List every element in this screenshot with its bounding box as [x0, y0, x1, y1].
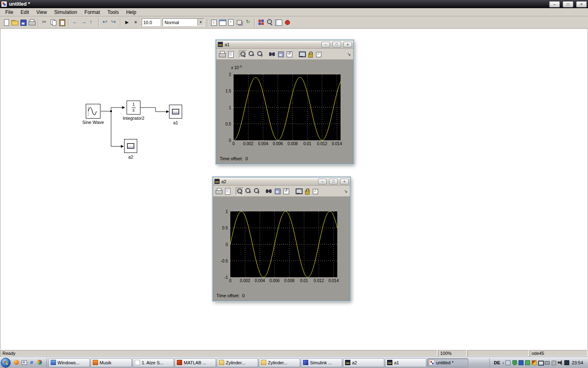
menu-file[interactable]: File: [2, 9, 17, 16]
save-axes-icon[interactable]: [274, 187, 282, 195]
shield-icon[interactable]: [512, 360, 517, 365]
floating-icon[interactable]: [298, 50, 306, 58]
save-icon[interactable]: [19, 18, 27, 26]
menu-help[interactable]: Help: [122, 9, 140, 16]
display-icon[interactable]: [518, 360, 523, 365]
close-button[interactable]: ×: [343, 42, 352, 47]
simulation-stop-time-input[interactable]: [142, 18, 160, 26]
start-simulation-button[interactable]: ▶: [123, 18, 131, 26]
minimize-button[interactable]: –: [549, 1, 560, 7]
model-canvas[interactable]: Sine Wave 1 s Integrator2 a1 a2 a1: [0, 29, 588, 350]
maximize-button[interactable]: □: [332, 42, 341, 47]
save-axes-icon[interactable]: [277, 50, 285, 58]
autoscale-icon[interactable]: [265, 187, 273, 195]
menu-format[interactable]: Format: [81, 9, 104, 16]
signal-select-icon[interactable]: [315, 50, 323, 58]
minimize-button[interactable]: –: [321, 42, 330, 47]
cut-icon[interactable]: [41, 18, 49, 26]
back-icon[interactable]: [71, 18, 79, 26]
tray-chevron-icon[interactable]: ‹: [503, 360, 504, 365]
taskbar-button-zylinder[interactable]: Zylinder...: [259, 358, 300, 367]
start-button[interactable]: [1, 358, 11, 368]
signal-select-icon[interactable]: [312, 187, 320, 195]
stop-simulation-button[interactable]: ■: [131, 18, 140, 26]
menu-simulation[interactable]: Simulation: [51, 9, 81, 16]
menu-edit[interactable]: Edit: [17, 9, 33, 16]
menu-tools[interactable]: Tools: [104, 9, 122, 16]
find-system-icon[interactable]: [266, 18, 274, 26]
maximize-button[interactable]: □: [563, 1, 573, 7]
paste-icon[interactable]: [58, 18, 66, 26]
firefox-icon[interactable]: [13, 359, 20, 366]
sync-icon[interactable]: [525, 360, 530, 365]
debug-model-icon[interactable]: [283, 18, 291, 26]
clock[interactable]: 23:54: [570, 360, 586, 365]
print-icon[interactable]: [218, 50, 226, 58]
block-integrator[interactable]: 1 s: [127, 101, 140, 114]
monitor-icon[interactable]: [538, 360, 543, 365]
forward-icon[interactable]: [80, 18, 88, 26]
up-icon[interactable]: [88, 18, 96, 26]
show-desktop-icon[interactable]: [21, 359, 28, 366]
taskbar-button-1-atze-s[interactable]: 1. Atze S...: [133, 358, 174, 367]
menu-view[interactable]: View: [33, 9, 51, 16]
copy-icon[interactable]: [49, 18, 58, 26]
lock-icon[interactable]: [303, 187, 311, 195]
taskbar-button-matlab[interactable]: MATLAB ...: [175, 358, 216, 367]
model-browser-icon[interactable]: [274, 18, 283, 26]
print-icon[interactable]: [28, 18, 36, 26]
zoom-y-icon[interactable]: [256, 50, 264, 58]
taskbar-button-untitled[interactable]: untitled *: [427, 358, 468, 367]
scope-titlebar[interactable]: a1 – □ ×: [216, 40, 353, 49]
maximize-button[interactable]: □: [329, 179, 338, 184]
volume-icon[interactable]: [557, 360, 563, 365]
library-browser-icon[interactable]: [257, 18, 265, 26]
new-icon[interactable]: [2, 18, 10, 26]
battery-icon[interactable]: [544, 360, 550, 365]
taskbar-button-windows[interactable]: Windows...: [49, 358, 90, 367]
zoom-icon[interactable]: [239, 50, 247, 58]
taskbar-button-zylinder[interactable]: Zylinder...: [217, 358, 258, 367]
restore-axes-icon[interactable]: [285, 50, 294, 58]
media-player-icon[interactable]: [36, 359, 43, 366]
lock-icon[interactable]: [306, 50, 314, 58]
parameters-icon[interactable]: [223, 187, 232, 195]
simulation-mode-select[interactable]: Normal ▼: [163, 18, 204, 26]
network-icon[interactable]: [505, 360, 510, 365]
close-button[interactable]: ×: [576, 1, 587, 7]
dock-scope-icon[interactable]: ↘: [344, 188, 348, 194]
autoscale-icon[interactable]: [268, 50, 276, 58]
taskbar-button-a1[interactable]: a1: [385, 358, 426, 367]
chevron-down-icon[interactable]: ▼: [197, 19, 204, 26]
scope-plot-area[interactable]: [230, 211, 337, 277]
dock-scope-icon[interactable]: ↘: [347, 52, 352, 57]
scope-window-a2[interactable]: a2 – □ × ↘ -1-0.500.51 00.0020.0040.0060…: [213, 177, 350, 301]
update-diagram-icon[interactable]: [210, 18, 218, 26]
zoom-y-icon[interactable]: [253, 187, 261, 195]
scope-window-a1[interactable]: a1 – □ × ↘ x 10-3 00.511.52 00.0020.0040…: [216, 40, 354, 164]
model-explorer-icon[interactable]: [218, 18, 227, 26]
close-button[interactable]: ×: [340, 179, 349, 184]
redo-icon[interactable]: [110, 18, 118, 26]
block-sine-wave[interactable]: [86, 104, 100, 119]
zoom-icon[interactable]: [236, 187, 244, 195]
undo-icon[interactable]: [101, 18, 109, 26]
generate-code-icon[interactable]: [227, 18, 235, 26]
scope-plot-area[interactable]: [234, 74, 341, 140]
print-icon[interactable]: [215, 187, 223, 195]
screen-icon[interactable]: [564, 360, 569, 365]
refresh-icon[interactable]: [244, 18, 252, 26]
zoom-x-icon[interactable]: [244, 187, 252, 195]
open-icon[interactable]: [11, 18, 19, 26]
parameters-icon[interactable]: [227, 50, 235, 58]
main-titlebar[interactable]: untitled * – □ ×: [0, 0, 588, 8]
internet-explorer-icon[interactable]: [29, 359, 36, 366]
block-scope-a2[interactable]: [124, 139, 137, 153]
library-stack-icon[interactable]: [236, 18, 244, 26]
color-icon[interactable]: [531, 360, 537, 365]
language-indicator[interactable]: DE: [493, 360, 501, 365]
scope-titlebar[interactable]: a2 – □ ×: [213, 177, 350, 186]
taskbar-button-musik[interactable]: Musik: [91, 358, 132, 367]
taskbar-button-simulink[interactable]: Simulink ...: [301, 358, 342, 367]
minimize-button[interactable]: –: [318, 179, 327, 184]
